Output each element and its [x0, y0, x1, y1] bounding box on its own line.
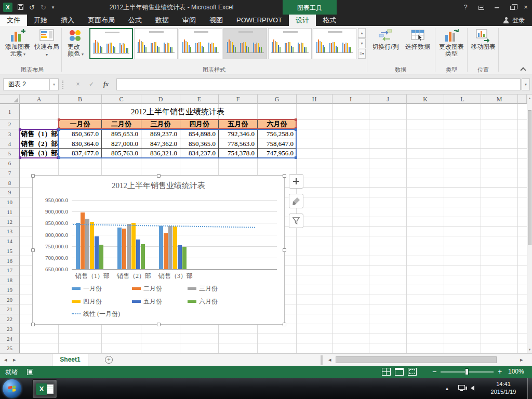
selection-handle[interactable] [283, 174, 286, 178]
bar-五月份[interactable] [95, 236, 99, 269]
row-header-25[interactable]: 25 [0, 343, 20, 353]
zoom-level[interactable]: 100% [508, 368, 524, 375]
ribbon-tab-POWERPIVOT[interactable]: POWERPIVOT [230, 15, 289, 26]
sheet-tab-sheet1[interactable]: Sheet1 [52, 354, 88, 366]
chart-elements-button[interactable] [289, 174, 303, 189]
cell-value[interactable]: 847,362.0 [141, 139, 180, 149]
bar-一月份[interactable] [117, 228, 122, 269]
bar-三月份[interactable] [127, 224, 131, 269]
cell-value[interactable]: 837,477.0 [59, 149, 102, 158]
page-break-view-button[interactable] [408, 368, 417, 376]
excel-app-icon[interactable]: X [3, 3, 12, 12]
redo-button[interactable]: ↻ [41, 4, 46, 11]
row-header-1[interactable]: 1 [0, 104, 20, 119]
cell-value[interactable]: 754,378.0 [219, 149, 258, 158]
network-tray-icon[interactable] [458, 385, 465, 390]
chart-style-thumbnail-4[interactable] [223, 28, 267, 59]
selection-handle[interactable] [283, 248, 286, 252]
bar-五月份[interactable] [136, 240, 140, 269]
column-header-K[interactable]: K [407, 95, 444, 104]
selection-handle[interactable] [283, 323, 286, 326]
cell-value[interactable]: 792,346.0 [219, 129, 258, 139]
cell-value[interactable]: 758,647.0 [258, 139, 297, 149]
sheet-nav-left-arrow[interactable]: ◂ [4, 356, 7, 363]
selection-handle[interactable] [157, 174, 161, 178]
trendline[interactable] [73, 224, 255, 228]
chart-style-thumbnail-1[interactable] [89, 28, 133, 59]
legend-item-一月份[interactable]: 一月份 [72, 285, 102, 292]
change-chart-type-button[interactable]: 更改图表类型 [437, 28, 466, 65]
chart-title[interactable]: 2012上半年销售业绩统计表 [33, 181, 284, 191]
chart-style-thumbnail-2[interactable] [134, 28, 178, 59]
row-header-6[interactable]: 6 [0, 158, 20, 168]
quick-layout-button[interactable]: 快速布局 ▾ [33, 28, 60, 65]
ribbon-tab-审阅[interactable]: 审阅 [176, 15, 203, 26]
restore-button[interactable] [505, 0, 520, 15]
row-header-13[interactable]: 13 [0, 227, 20, 236]
row-header-18[interactable]: 18 [0, 275, 20, 285]
enter-formula-button[interactable]: ✓ [85, 78, 98, 90]
cell-month-header[interactable]: 一月份 [59, 119, 102, 129]
selection-handle[interactable] [157, 323, 161, 326]
column-header-A[interactable]: A [20, 95, 59, 104]
row-header-23[interactable]: 23 [0, 324, 20, 334]
bar-一月份[interactable] [159, 226, 163, 269]
gallery-scroll-down[interactable]: ▾ [358, 38, 366, 48]
column-header-G[interactable]: G [258, 95, 297, 104]
row-header-17[interactable]: 17 [0, 265, 20, 275]
ribbon-tab-视图[interactable]: 视图 [203, 15, 230, 26]
cell-value[interactable]: 854,898.0 [180, 129, 219, 139]
column-header-F[interactable]: F [219, 95, 258, 104]
selection-handle[interactable] [31, 323, 35, 326]
legend-item-trendline[interactable]: 线性 (一月份) [72, 310, 120, 317]
column-header-J[interactable]: J [369, 95, 407, 104]
name-box[interactable]: 图表 2 [3, 78, 50, 90]
column-header-H[interactable]: H [297, 95, 332, 104]
ribbon-tab-格式[interactable]: 格式 [316, 15, 343, 26]
cell-row-label[interactable]: 销售（2）部 [20, 139, 59, 149]
bar-三月份[interactable] [85, 219, 89, 269]
bar-二月份[interactable] [81, 212, 85, 269]
ribbon-tab-公式[interactable]: 公式 [122, 15, 149, 26]
bar-五月份[interactable] [178, 245, 182, 269]
cell-month-header[interactable]: 六月份 [258, 119, 297, 129]
name-box-dropdown[interactable]: ▾ [50, 78, 59, 90]
bar-六月份[interactable] [141, 244, 145, 269]
chart-filters-button[interactable] [289, 214, 303, 228]
qat-customize-button[interactable]: ▾ [52, 5, 55, 10]
zoom-slider-thumb[interactable] [465, 368, 469, 375]
chart-style-thumbnail-3[interactable] [179, 28, 222, 59]
new-sheet-button[interactable]: + [105, 356, 113, 364]
move-chart-button[interactable]: 移动图表 [469, 28, 497, 65]
sheet-nav-right-arrow[interactable]: ▸ [13, 356, 16, 363]
bar-六月份[interactable] [182, 247, 187, 269]
horizontal-scrollbar-thumb[interactable] [336, 356, 497, 363]
page-layout-view-button[interactable] [395, 368, 404, 376]
row-header-2[interactable]: 2 [0, 119, 20, 129]
volume-tray-icon[interactable] [471, 385, 474, 391]
legend-item-二月份[interactable]: 二月份 [132, 285, 162, 292]
bar-三月份[interactable] [168, 226, 172, 269]
add-chart-element-button[interactable]: 添加图表元素 ▾ [3, 28, 32, 65]
row-header-21[interactable]: 21 [0, 304, 20, 314]
cell-month-header[interactable]: 三月份 [141, 119, 180, 129]
normal-view-button[interactable] [382, 368, 391, 376]
table-title-cell[interactable]: 2012上半年销售业绩统计表 [59, 104, 297, 119]
scroll-down-arrow[interactable]: ▾ [527, 348, 532, 352]
formula-input[interactable] [116, 78, 521, 90]
column-header-I[interactable]: I [332, 95, 369, 104]
row-header-24[interactable]: 24 [0, 334, 20, 344]
taskbar-clock[interactable]: 14:41 2015/1/19 [482, 380, 525, 396]
expand-formula-bar-button[interactable]: ▾ [522, 78, 530, 90]
column-header-L[interactable]: L [444, 95, 481, 104]
selection-handle[interactable] [31, 248, 35, 252]
bar-六月份[interactable] [99, 245, 103, 269]
ribbon-tab-设计[interactable]: 设计 [289, 15, 316, 26]
bar-二月份[interactable] [164, 233, 168, 269]
row-header-20[interactable]: 20 [0, 295, 20, 305]
row-header-14[interactable]: 14 [0, 236, 20, 246]
bar-四月份[interactable] [131, 223, 136, 269]
scroll-up-arrow[interactable]: ▴ [527, 96, 532, 100]
row-header-11[interactable]: 11 [0, 207, 20, 217]
vertical-scrollbar[interactable]: ▴ ▾ [527, 95, 532, 353]
